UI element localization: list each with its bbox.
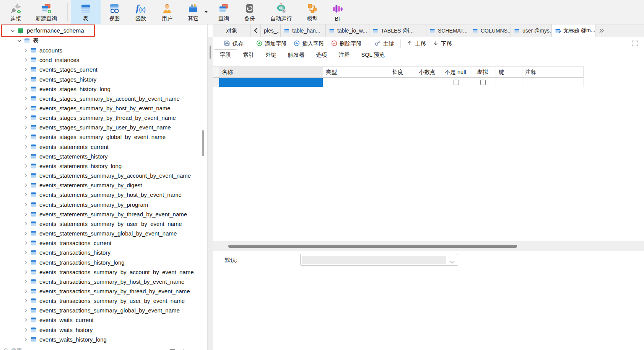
tab-scroll-right-button[interactable]	[595, 25, 607, 37]
grid-cell-decimals[interactable]	[416, 78, 442, 87]
virtual-checkbox[interactable]	[480, 80, 486, 85]
table-tree-item[interactable]: events_statements_current	[0, 142, 207, 152]
table-tree-item[interactable]: events_statements_summary_by_thread_by_e…	[0, 209, 207, 219]
chevron-right-icon[interactable]	[23, 48, 28, 52]
toolbar-functions-button[interactable]: f(x) 函数	[128, 0, 153, 24]
toolbar-others-button[interactable]: 其它	[181, 0, 205, 24]
expand-icon[interactable]	[631, 40, 638, 47]
table-tree-item[interactable]: events_transactions_summary_by_account_b…	[0, 267, 207, 277]
toolbar-new-query-button[interactable]: 新建查询	[28, 0, 64, 24]
chevron-right-icon[interactable]	[23, 96, 28, 101]
table-tree-item[interactable]: events_transactions_summary_global_by_ev…	[0, 306, 207, 315]
table-tree-item[interactable]: events_waits_history	[0, 325, 207, 335]
chevron-right-icon[interactable]	[23, 308, 28, 312]
chevron-right-icon[interactable]	[23, 106, 28, 110]
chevron-right-icon[interactable]	[23, 135, 28, 139]
chevron-right-icon[interactable]	[23, 241, 28, 245]
star-icon[interactable]: ☆	[181, 348, 186, 350]
toolbar-backup-button[interactable]: 备份	[237, 0, 262, 24]
column-header-decimals[interactable]: 小数点	[416, 67, 442, 78]
table-tree-item[interactable]: events_stages_summary_by_account_by_even…	[0, 94, 207, 103]
subtab-sql-preview[interactable]: SQL 预览	[356, 50, 391, 61]
chevron-down-icon[interactable]	[16, 39, 22, 43]
table-tree-item[interactable]: events_statements_summary_by_digest	[0, 180, 207, 190]
horizontal-scrollbar[interactable]	[213, 241, 644, 251]
chevron-right-icon[interactable]	[23, 299, 28, 303]
chevron-right-icon[interactable]	[23, 58, 28, 62]
combobox-value-area[interactable]	[302, 256, 446, 264]
search-icon[interactable]	[3, 348, 9, 350]
move-up-button[interactable]: 上移	[403, 39, 429, 49]
column-header-key[interactable]: 键	[496, 67, 522, 78]
search-label[interactable]: 搜索	[11, 348, 22, 350]
column-header-not-null[interactable]: 不是 null	[442, 67, 474, 78]
add-field-button[interactable]: 添加字段	[253, 39, 290, 49]
delete-field-button[interactable]: 删除字段	[328, 39, 365, 49]
collapse-icon[interactable]	[192, 348, 196, 350]
toolbar-query-button[interactable]: 查询	[211, 0, 236, 24]
grid-cell-key[interactable]	[496, 78, 522, 87]
column-header-virtual[interactable]: 虚拟	[474, 67, 496, 78]
subtab-foreign-keys[interactable]: 外键	[260, 50, 282, 61]
subtab-comment[interactable]: 注释	[333, 50, 356, 61]
chevron-right-icon[interactable]	[23, 337, 28, 342]
chevron-right-icon[interactable]	[23, 173, 28, 178]
table-tree-item[interactable]: events_transactions_current	[0, 238, 207, 248]
tab-table-io-w[interactable]: table_io_w...	[325, 25, 369, 37]
horizontal-scrollbar-thumb[interactable]	[228, 245, 517, 248]
tab-schemata[interactable]: SCHEMAT...	[426, 25, 469, 37]
column-header-name[interactable]: 名称	[219, 67, 323, 78]
chevron-right-icon[interactable]	[23, 231, 28, 236]
table-tree-item[interactable]: cond_instances	[0, 55, 207, 65]
save-button[interactable]: 保存	[220, 39, 247, 49]
primary-key-button[interactable]: 主键	[371, 39, 398, 49]
table-tree-item[interactable]: events_statements_summary_global_by_even…	[0, 229, 207, 238]
subtab-triggers[interactable]: 触发器	[282, 50, 311, 61]
table-tree-item[interactable]: events_waits_current	[0, 315, 207, 325]
chevron-right-icon[interactable]	[23, 77, 28, 82]
tab-user[interactable]: user @mys...	[511, 25, 551, 37]
table-tree-item[interactable]: events_transactions_summary_by_user_by_e…	[0, 296, 207, 306]
chevron-down-icon[interactable]	[10, 29, 15, 33]
tab-objects[interactable]: 对象	[213, 25, 250, 37]
toolbar-users-button[interactable]: 用户	[155, 0, 179, 24]
tab-tables[interactable]: TABLES @i...	[369, 25, 426, 37]
toolbar-connection-button[interactable]: 连接	[5, 0, 27, 24]
chevron-right-icon[interactable]	[23, 125, 28, 129]
chevron-right-icon[interactable]	[23, 116, 28, 120]
chevron-right-icon[interactable]	[23, 145, 28, 149]
chevron-right-icon[interactable]	[23, 154, 28, 159]
chevron-right-icon[interactable]	[23, 67, 28, 72]
insert-field-button[interactable]: 插入字段	[290, 39, 328, 49]
tab-partial[interactable]: ples_...	[260, 25, 280, 37]
chevron-right-icon[interactable]	[23, 203, 28, 207]
chevron-right-icon[interactable]	[23, 289, 28, 293]
pane-splitter[interactable]	[208, 37, 213, 350]
grid-cell-type[interactable]	[323, 78, 389, 87]
chevron-right-icon[interactable]	[23, 193, 28, 197]
toolbar-views-button[interactable]: 视图	[102, 0, 127, 24]
grid-cell-comment[interactable]	[522, 78, 584, 87]
others-dropdown-caret-icon[interactable]	[205, 11, 208, 13]
toolbar-automation-button[interactable]: 自动运行	[263, 0, 299, 24]
splitter-handle-icon[interactable]	[210, 46, 211, 59]
tree-item-tables-group[interactable]: 表	[0, 36, 207, 46]
table-tree-item[interactable]: events_stages_history_long	[0, 84, 207, 94]
table-tree-item[interactable]: events_transactions_summary_by_thread_by…	[0, 286, 207, 296]
table-tree-item[interactable]: events_stages_current	[0, 65, 207, 74]
chevron-right-icon[interactable]	[23, 260, 28, 265]
tab-columns[interactable]: COLUMNS...	[469, 25, 511, 37]
chevron-right-icon[interactable]	[23, 87, 28, 91]
tab-table-han[interactable]: table_han...	[280, 25, 325, 37]
row-indicator-cell[interactable]	[213, 78, 219, 87]
chevron-down-icon[interactable]	[450, 258, 455, 265]
tree-item-connection[interactable]: performance_schema	[0, 25, 207, 36]
table-tree-item[interactable]: events_statements_summary_by_user_by_eve…	[0, 219, 207, 229]
column-header-length[interactable]: 长度	[389, 67, 416, 78]
table-tree-item[interactable]: events_statements_history_long	[0, 161, 207, 171]
move-down-button[interactable]: 下移	[429, 39, 455, 49]
column-header-type[interactable]: 类型	[323, 67, 389, 78]
table-tree-item[interactable]: events_stages_history	[0, 74, 207, 84]
chevron-right-icon[interactable]	[23, 222, 28, 226]
table-tree-item[interactable]: events_stages_summary_by_user_by_event_n…	[0, 123, 207, 132]
